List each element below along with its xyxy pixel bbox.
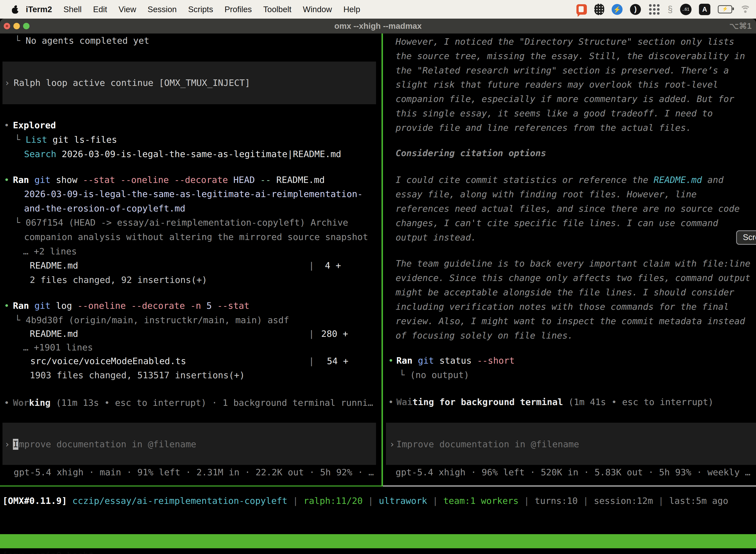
tree-branch-icon: └: [15, 36, 25, 46]
text-segment: ultrawork: [379, 496, 427, 506]
window-title: omx --xhigh --madmax: [0, 19, 756, 34]
menu-item-help[interactable]: Help: [343, 5, 360, 14]
terminal-line: README.md|4 +: [30, 258, 78, 273]
text-segment: 067f154 (HEAD -> essay/ai-reimplementati…: [25, 217, 348, 228]
battery-icon[interactable]: ⚡: [718, 5, 732, 13]
text-segment: gpt-5.4 xhigh · main · 91% left · 2.31M …: [14, 467, 374, 477]
left-terminal-pane[interactable]: └ No agents completed yet›Ralph loop act…: [0, 34, 382, 486]
text-segment: Search: [24, 149, 56, 159]
text-segment: Ran: [13, 300, 35, 311]
text-segment: might be acceptable alongside the file l…: [396, 287, 734, 297]
pane-border-inactive: [383, 486, 756, 487]
text-cursor: I: [13, 439, 18, 450]
text-segment: team:1 workers: [443, 496, 518, 506]
tmux-session-label[interactable]: [omx-cczip0:bash*: [2, 548, 94, 554]
text-segment: The team guideline is to back every impo…: [396, 258, 750, 269]
terminal-line: review. Also, I might want to inspect th…: [396, 314, 745, 328]
text-segment: Improve documentation in @filename: [396, 437, 579, 451]
terminal-line: └ 4b9d30f (origin/main, instructkr/main,…: [15, 313, 289, 327]
text-segment: log: [56, 300, 77, 311]
tmux-status-bar: [omx-cczip0:bash* "MacBook-Pro-44.local"…: [0, 534, 756, 548]
text-segment: --stat --oneline --decorate: [83, 175, 233, 185]
menu-item-session[interactable]: Session: [147, 5, 177, 14]
text-segment: evidence. Since this change only affects…: [396, 273, 750, 283]
menu-item-toolbelt[interactable]: Toolbelt: [263, 5, 292, 14]
dots-grid-icon[interactable]: [648, 3, 660, 15]
text-segment: and: [702, 175, 723, 185]
screen: { "palette": { "white": "#ffffff", "brig…: [0, 0, 756, 554]
pane-border-active: [0, 486, 383, 487]
terminal-line: •Ran git status --short: [396, 353, 515, 368]
terminal-line: of focusing solely on file lines.: [396, 328, 573, 343]
terminal-line: •Ran git log --oneline --decorate -n 5 -…: [13, 298, 250, 313]
menu-item-window[interactable]: Window: [303, 5, 332, 14]
pane-divider[interactable]: [381, 34, 383, 486]
terminal-line: └ List git ls-files: [15, 132, 117, 147]
omx-status-bar: [OMX#0.11.9] cczip/essay/ai-reimplementa…: [2, 494, 728, 508]
shield-grid-icon[interactable]: [594, 4, 604, 15]
menu-item-edit[interactable]: Edit: [93, 5, 107, 14]
terminal-line: The team guideline is to back every impo…: [396, 257, 750, 271]
text-segment: 280 +: [321, 327, 348, 341]
menu-item-shell[interactable]: Shell: [63, 5, 82, 14]
menu-item-iterm2[interactable]: iTerm2: [26, 5, 52, 14]
text-segment: gpt-5.4 xhigh · 96% left · 520K in · 5.8…: [396, 467, 750, 477]
text-segment: Wor: [13, 398, 29, 408]
text-segment: status: [439, 355, 477, 366]
text-segment: and-the-erosion-of-copyleft.md: [24, 203, 185, 214]
text-segment: README.md: [30, 329, 78, 339]
prompt-icon: ›: [389, 439, 395, 449]
text-segment: mprove documentation in @filename: [19, 437, 196, 451]
text-segment: 5: [206, 300, 217, 311]
terminal-line: 1903 files changed, 513517 insertions(+): [30, 368, 245, 383]
chat-app-icon[interactable]: [576, 4, 587, 15]
terminal-line: might be acceptable alongside the file l…: [396, 285, 734, 299]
menu-item-view[interactable]: View: [119, 5, 136, 14]
text-segment: |: [309, 354, 314, 368]
crescent-app-icon[interactable]: ): [630, 4, 641, 15]
count-badge-icon[interactable]: ..61: [680, 4, 692, 15]
right-terminal-pane[interactable]: However, I noticed the "Directory Struct…: [383, 34, 756, 486]
text-segment: king: [29, 398, 51, 408]
text-segment: README.md: [30, 260, 78, 271]
terminal-line: 2026-03-09-is-legal-the-same-as-legitima…: [24, 187, 363, 201]
sync-badge-icon[interactable]: ⚡: [612, 4, 623, 15]
apple-menu-icon[interactable]: [12, 5, 19, 14]
window-title-bar[interactable]: omx --xhigh --madmax ⌥⌘1: [0, 19, 756, 34]
text-segment: --oneline --decorate: [77, 300, 190, 311]
text-segment: review. Also, I might want to inspect th…: [396, 316, 745, 326]
terminal-line: essay file, along with finding root file…: [396, 187, 697, 202]
iterm-window: omx --xhigh --madmax ⌥⌘1 └ No agents com…: [0, 19, 756, 554]
menu-item-scripts[interactable]: Scripts: [188, 5, 213, 14]
tree-branch-icon: └: [15, 217, 25, 228]
squiggle-icon[interactable]: §: [668, 3, 673, 15]
text-segment: Ralph loop active continue [OMX_TMUX_INJ…: [14, 76, 250, 90]
bullet-icon: •: [4, 173, 9, 187]
terminal-line: •Explored: [13, 118, 56, 132]
text-segment: |: [578, 496, 594, 506]
a-square-icon[interactable]: A: [699, 4, 710, 15]
terminal-line: changes, I can't cite specific file line…: [396, 216, 718, 230]
terminal-line: the source tree, missing the essay. Stil…: [396, 49, 745, 63]
terminal-line: slight risk that future readers may over…: [396, 77, 718, 92]
text-segment: including verification notes with those …: [396, 301, 729, 312]
text-segment: src/voice/voiceModeEnabled.ts: [30, 356, 186, 366]
text-segment: git ls-files: [47, 134, 117, 145]
terminal-line: … +2 lines: [23, 244, 77, 259]
bullet-icon: •: [388, 395, 394, 409]
terminal-line: output instead.: [396, 230, 476, 245]
tree-branch-icon: └: [15, 315, 25, 325]
text-segment: references need actual files, and since …: [396, 204, 740, 214]
wifi-icon[interactable]: [740, 5, 751, 14]
bullet-icon: •: [388, 353, 394, 368]
terminal-line: including verification notes with those …: [396, 299, 729, 314]
text-segment: (no output): [410, 370, 469, 380]
text-segment: the "Related research writing" section i…: [396, 65, 729, 75]
text-segment: session:12m: [594, 496, 653, 506]
menu-item-profiles[interactable]: Profiles: [225, 5, 252, 14]
prompt-icon: ›: [4, 78, 10, 88]
text-segment: last:5m ago: [669, 496, 728, 506]
bullet-icon: •: [4, 298, 9, 313]
text-segment: List: [25, 134, 47, 145]
text-segment: output instead.: [396, 232, 476, 242]
